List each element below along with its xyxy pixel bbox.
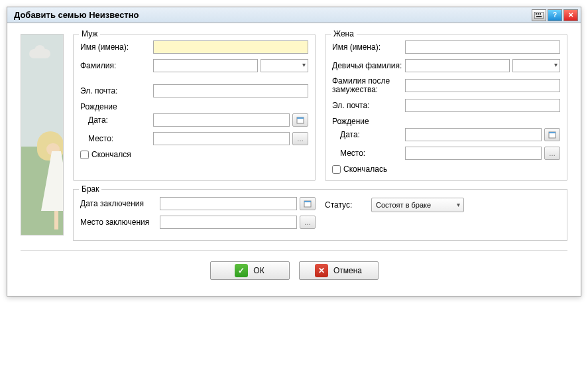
wife-birth-label: Рождение	[332, 117, 560, 126]
husband-birth-label: Рождение	[80, 102, 308, 111]
husband-date-picker-icon[interactable]	[292, 113, 308, 127]
marriage-status-select[interactable]: Состоят в браке	[371, 198, 464, 212]
marriage-place-label: Место заключения	[80, 218, 160, 227]
husband-date-input[interactable]	[153, 113, 290, 127]
wife-date-picker-icon[interactable]	[544, 128, 560, 141]
wife-deceased-checkbox[interactable]	[332, 165, 341, 174]
help-button[interactable]: ?	[548, 9, 562, 21]
couple-illustration	[21, 34, 64, 235]
check-icon: ✓	[235, 264, 248, 277]
cross-icon: ✕	[315, 264, 328, 277]
marriage-date-picker-icon[interactable]	[300, 197, 316, 210]
svg-rect-10	[304, 201, 311, 202]
marriage-legend: Брак	[79, 184, 101, 194]
footer-buttons: ✓ ОК ✕ Отмена	[21, 257, 567, 289]
wife-maiden-dropdown[interactable]	[512, 59, 560, 72]
husband-name-label: Имя (имена):	[80, 42, 153, 52]
ok-button[interactable]: ✓ ОК	[210, 261, 290, 280]
husband-email-label: Эл. почта:	[80, 86, 153, 96]
marriage-date-label: Дата заключения	[80, 199, 160, 208]
marriage-group: Брак Дата заключения	[73, 189, 567, 241]
window-title: Добавить семью Неизвестно	[10, 10, 532, 20]
titlebar: Добавить семью Неизвестно ? ✕	[7, 7, 581, 23]
keyboard-icon[interactable]	[532, 9, 546, 21]
husband-deceased-label: Скончался	[91, 150, 131, 159]
wife-date-input[interactable]	[405, 128, 542, 141]
svg-rect-6	[297, 117, 304, 119]
husband-name-input[interactable]	[153, 40, 308, 54]
marriage-status-value: Состоят в браке	[376, 201, 431, 209]
husband-place-input[interactable]	[153, 132, 290, 145]
marriage-place-browse-icon[interactable]: …	[300, 216, 316, 229]
window-controls: ? ✕	[532, 9, 578, 21]
husband-deceased-checkbox[interactable]	[80, 151, 89, 159]
husband-surname-label: Фамилия:	[80, 61, 153, 70]
wife-name-label: Имя (имена):	[332, 42, 405, 52]
wife-maiden-input[interactable]	[405, 59, 510, 72]
husband-group: Муж Имя (имена): Фамилия:	[73, 34, 316, 181]
wife-place-input[interactable]	[405, 147, 542, 160]
svg-rect-1	[536, 13, 537, 15]
husband-place-browse-icon[interactable]: …	[292, 132, 308, 145]
husband-surname-input[interactable]	[153, 59, 258, 72]
wife-deceased-label: Скончалась	[343, 164, 387, 174]
ok-button-label: ОК	[253, 266, 264, 275]
svg-rect-0	[534, 12, 544, 19]
marriage-date-input[interactable]	[160, 197, 297, 210]
content-area: Муж Имя (имена): Фамилия:	[7, 23, 581, 296]
wife-legend: Жена	[331, 29, 357, 38]
dialog-add-family: Добавить семью Неизвестно ? ✕	[7, 7, 581, 296]
marriage-status-label: Статус:	[325, 200, 371, 210]
husband-surname-dropdown[interactable]	[261, 59, 308, 72]
wife-email-label: Эл. почта:	[332, 101, 405, 110]
svg-rect-3	[540, 13, 541, 15]
wife-date-label: Дата:	[332, 130, 405, 139]
svg-rect-4	[536, 16, 542, 17]
svg-rect-2	[538, 13, 539, 15]
wife-group: Жена Имя (имена): Девичья фамилия:	[325, 34, 567, 181]
wife-name-input[interactable]	[405, 40, 560, 54]
husband-place-label: Место:	[80, 134, 153, 143]
wife-married-surname-label: Фамилия после замужества:	[332, 77, 405, 94]
close-button[interactable]: ✕	[563, 9, 578, 21]
wife-married-surname-input[interactable]	[405, 79, 560, 92]
wife-place-label: Место:	[332, 149, 405, 158]
husband-legend: Муж	[79, 29, 100, 38]
marriage-place-input[interactable]	[160, 216, 297, 229]
cancel-button-label: Отмена	[333, 266, 362, 275]
wife-maiden-label: Девичья фамилия:	[332, 61, 405, 70]
divider	[21, 250, 567, 251]
cancel-button[interactable]: ✕ Отмена	[299, 261, 379, 280]
wife-place-browse-icon[interactable]: …	[544, 147, 560, 160]
husband-date-label: Дата:	[80, 115, 153, 125]
wife-email-input[interactable]	[405, 99, 560, 112]
husband-email-input[interactable]	[153, 84, 308, 98]
svg-rect-8	[549, 132, 556, 133]
